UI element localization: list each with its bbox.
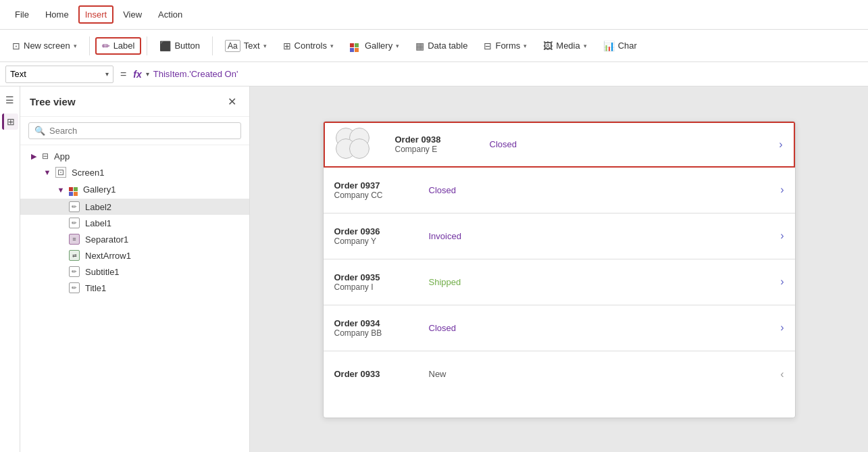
gallery-container: Order 0938 Company E Closed › Order 0937…	[324, 122, 795, 418]
gallery-row-5[interactable]: Order 0933 New ‹	[324, 351, 795, 397]
label2-icon: ✏	[69, 201, 80, 212]
gallery-row-3[interactable]: Order 0935 Company I Shipped ›	[324, 259, 795, 305]
screen-expand-icon: ▼	[42, 167, 53, 178]
gallery-button[interactable]: Gallery ▾	[343, 36, 406, 55]
toolbar-divider-1	[89, 36, 90, 55]
row-left-2: Order 0936 Company Y	[334, 226, 415, 246]
charts-button[interactable]: 📊 Char	[596, 37, 644, 55]
row-arrow-0: ›	[779, 139, 782, 151]
new-screen-button[interactable]: ⊡ New screen ▾	[5, 37, 84, 55]
controls-button[interactable]: ⊞ Controls ▾	[276, 37, 340, 55]
gallery-caret: ▾	[396, 43, 399, 49]
new-screen-icon: ⊡	[12, 41, 20, 51]
toolbar: ⊡ New screen ▾ ✏ Label ⬛ Button Aa Text …	[0, 30, 868, 62]
row-company-2: Company Y	[334, 236, 415, 246]
tree-item-gallery1[interactable]: ▼ Gallery1	[20, 180, 249, 199]
new-screen-label: New screen	[24, 41, 70, 51]
label-button[interactable]: ✏ Label	[95, 37, 142, 55]
row-left-5: Order 0933	[334, 369, 415, 379]
tree-gallery1-label: Gallery1	[83, 184, 116, 195]
tree-app-label: App	[54, 151, 70, 161]
media-button[interactable]: 🖼 Media ▾	[536, 37, 593, 55]
tree-item-label2[interactable]: ✏ Label2	[20, 199, 249, 215]
row-status-1: Closed	[415, 185, 781, 195]
nextarrow1-icon: ⇄	[69, 250, 80, 261]
row-status-4: Closed	[415, 323, 781, 333]
gallery-icon	[350, 39, 359, 52]
row-order-5: Order 0933	[334, 369, 415, 379]
button-icon: ⬛	[159, 41, 171, 51]
fx-label: fx	[133, 69, 141, 80]
row-company-3: Company I	[334, 282, 415, 292]
row-status-3: Shipped	[415, 277, 781, 287]
controls-btn-label: Controls	[295, 41, 327, 51]
controls-icon: ⊞	[283, 41, 291, 51]
label-icon: ✏	[102, 41, 110, 51]
tree-title1-label: Title1	[85, 283, 106, 293]
media-btn-label: Media	[556, 41, 580, 51]
tree-item-label1[interactable]: ✏ Label1	[20, 215, 249, 231]
tree-item-separator1[interactable]: ≡ Separator1	[20, 231, 249, 247]
canvas-area: Order 0938 Company E Closed › Order 0937…	[250, 86, 868, 452]
datatable-button[interactable]: ▦ Data table	[409, 37, 474, 55]
menu-file[interactable]: File	[8, 5, 36, 24]
gallery-row-1[interactable]: Order 0937 Company CC Closed ›	[324, 168, 795, 214]
tree-label1-label: Label1	[85, 218, 111, 228]
forms-button[interactable]: ⊟ Forms ▾	[477, 37, 534, 55]
search-input[interactable]	[49, 126, 235, 136]
text-button[interactable]: Aa Text ▾	[218, 36, 274, 55]
gallery-row-2[interactable]: Order 0936 Company Y Invoiced ›	[324, 214, 795, 259]
layers-icon-btn[interactable]: ⊞	[2, 114, 18, 130]
media-icon: 🖼	[543, 41, 553, 51]
tree-search-area: 🔍	[20, 117, 249, 145]
formula-text[interactable]: ThisItem.'Created On'	[153, 69, 863, 79]
tree-subtitle1-label: Subtitle1	[85, 267, 120, 277]
media-caret: ▾	[584, 43, 587, 49]
tree-close-button[interactable]: ✕	[224, 93, 240, 109]
row-status-2: Invoiced	[415, 231, 781, 241]
row-order-4: Order 0934	[334, 318, 415, 328]
menu-home[interactable]: Home	[39, 5, 76, 24]
forms-icon: ⊟	[484, 41, 492, 51]
property-dropdown[interactable]: Text ▾	[5, 66, 113, 83]
button-button[interactable]: ⬛ Button	[153, 37, 207, 55]
row-arrow-3: ›	[780, 276, 784, 288]
gallery-row-4[interactable]: Order 0934 Company BB Closed ›	[324, 305, 795, 351]
label-btn-label: Label	[113, 41, 135, 51]
row-company-0: Company E	[395, 145, 476, 154]
row-arrow-2: ›	[780, 230, 784, 242]
new-screen-caret: ▾	[74, 43, 77, 49]
tree-item-screen1[interactable]: ▼ ⊡ Screen1	[20, 164, 249, 180]
row-arrow-5: ‹	[780, 368, 784, 380]
tree-header: Tree view ✕	[20, 86, 249, 117]
tree-search-box[interactable]: 🔍	[28, 122, 241, 139]
expand-icon: ▶	[28, 151, 39, 161]
menu-insert[interactable]: Insert	[78, 5, 114, 24]
separator1-icon: ≡	[69, 234, 80, 245]
menu-bar: File Home Insert View Action	[0, 0, 868, 30]
row-status-0: Closed	[476, 139, 780, 149]
hamburger-icon-btn[interactable]: ☰	[2, 92, 18, 108]
subtitle1-icon: ✏	[69, 266, 80, 277]
menu-view[interactable]: View	[116, 5, 149, 24]
app-icon: ⊟	[42, 151, 49, 161]
title1-icon: ✏	[69, 282, 80, 293]
tree-item-nextarrow1[interactable]: ⇄ NextArrow1	[20, 247, 249, 263]
row-circles	[336, 128, 390, 161]
row-arrow-1: ›	[780, 184, 784, 196]
tree-item-title1[interactable]: ✏ Title1	[20, 280, 249, 296]
row-status-5: New	[415, 369, 781, 379]
tree-label2-label: Label2	[85, 202, 111, 212]
tree-item-app[interactable]: ▶ ⊟ App	[20, 148, 249, 164]
gallery-row-0[interactable]: Order 0938 Company E Closed ›	[324, 122, 795, 168]
tree-panel: Tree view ✕ 🔍 ▶ ⊟ App ▼ ⊡ Screen1	[20, 86, 250, 452]
property-caret: ▾	[105, 70, 109, 78]
label1-icon: ✏	[69, 218, 80, 228]
menu-action[interactable]: Action	[151, 5, 189, 24]
tree-item-subtitle1[interactable]: ✏ Subtitle1	[20, 263, 249, 280]
property-value: Text	[10, 69, 26, 79]
charts-btn-label: Char	[618, 41, 637, 51]
row-order-3: Order 0935	[334, 272, 415, 282]
controls-caret: ▾	[330, 43, 334, 49]
app-canvas: Order 0938 Company E Closed › Order 0937…	[323, 121, 796, 418]
